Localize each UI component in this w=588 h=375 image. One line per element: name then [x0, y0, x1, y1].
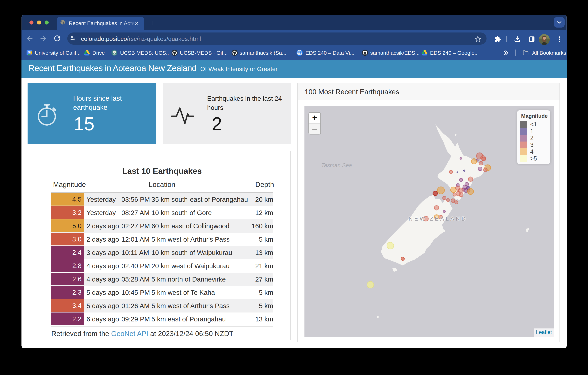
svg-text:MEDS: MEDS — [113, 54, 116, 55]
svg-text:11: 11 — [28, 51, 31, 54]
